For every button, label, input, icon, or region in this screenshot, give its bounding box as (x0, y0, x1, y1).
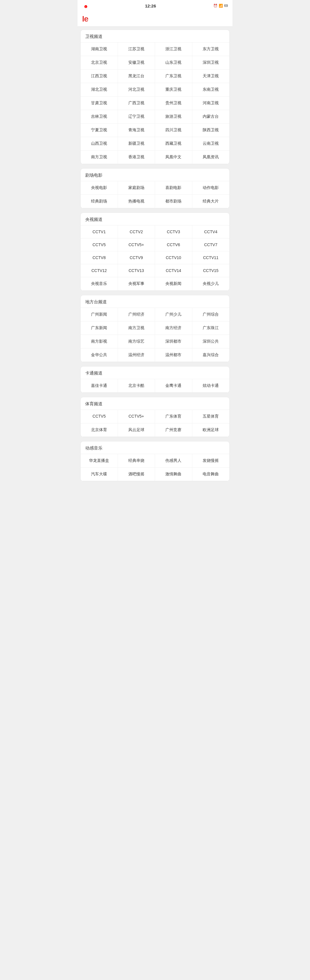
channel-cell[interactable]: 湖南卫视 (81, 43, 118, 56)
channel-cell[interactable]: CCTV4 (192, 226, 230, 239)
channel-cell[interactable]: 江苏卫视 (118, 43, 155, 56)
channel-cell[interactable]: 广东卫视 (155, 70, 192, 83)
channel-cell[interactable]: 天津卫视 (192, 70, 230, 83)
channel-cell[interactable]: 四川卫视 (155, 124, 192, 137)
channel-cell[interactable]: CCTV12 (81, 264, 118, 277)
channel-cell[interactable]: CCTV5+ (118, 410, 155, 423)
channel-cell[interactable]: 酒吧慢摇 (118, 468, 155, 481)
channel-cell[interactable]: 嘉佳卡通 (81, 379, 118, 393)
channel-cell[interactable]: 南方卫视 (118, 321, 155, 335)
channel-cell[interactable]: 央视少儿 (192, 277, 230, 291)
channel-cell[interactable]: 黑龙江台 (118, 70, 155, 83)
channel-cell[interactable]: CCTV1 (81, 226, 118, 239)
channel-cell[interactable]: 经典大片 (192, 195, 230, 208)
channel-cell[interactable]: 河南卫视 (192, 97, 230, 110)
channel-cell[interactable]: 家庭剧场 (118, 181, 155, 195)
channel-cell[interactable]: 电音舞曲 (192, 468, 230, 481)
channel-cell[interactable]: 东方卫视 (192, 43, 230, 56)
channel-cell[interactable]: CCTV13 (118, 264, 155, 277)
channel-cell[interactable]: 山西卫视 (81, 137, 118, 151)
channel-cell[interactable]: 广东新闻 (81, 321, 118, 335)
channel-cell[interactable]: 热播电视 (118, 195, 155, 208)
channel-cell[interactable]: 广西卫视 (118, 97, 155, 110)
channel-cell[interactable]: 北京体育 (81, 423, 118, 437)
channel-cell[interactable]: 动作电影 (192, 181, 230, 195)
channel-cell[interactable]: 南方综艺 (118, 335, 155, 348)
channel-cell[interactable]: 欧洲足球 (192, 423, 230, 437)
channel-cell[interactable]: 宁夏卫视 (81, 124, 118, 137)
channel-cell[interactable]: 香港卫视 (118, 151, 155, 164)
channel-cell[interactable]: 东南卫视 (192, 83, 230, 97)
channel-cell[interactable]: 南方影视 (81, 335, 118, 348)
channel-cell[interactable]: 风云足球 (118, 423, 155, 437)
channel-cell[interactable]: 广州少儿 (155, 308, 192, 321)
channel-cell[interactable]: 深圳卫视 (192, 56, 230, 70)
channel-cell[interactable]: 内蒙古台 (192, 110, 230, 124)
channel-cell[interactable]: 青海卫视 (118, 124, 155, 137)
channel-cell[interactable]: 江西卫视 (81, 70, 118, 83)
channel-cell[interactable]: 央视音乐 (81, 277, 118, 291)
channel-cell[interactable]: 深圳都市 (155, 335, 192, 348)
channel-cell[interactable]: 温州都市 (155, 348, 192, 362)
channel-cell[interactable]: 广东珠江 (192, 321, 230, 335)
channel-cell[interactable]: CCTV6 (155, 239, 192, 251)
channel-cell[interactable]: 贵州卫视 (155, 97, 192, 110)
channel-cell[interactable]: 北京卡酷 (118, 379, 155, 393)
channel-cell[interactable]: 陕西卫视 (192, 124, 230, 137)
channel-cell[interactable]: 央视军事 (118, 277, 155, 291)
channel-cell[interactable]: CCTV11 (192, 251, 230, 264)
channel-cell[interactable]: 华龙直播盒 (81, 454, 118, 468)
channel-cell[interactable]: 广州综合 (192, 308, 230, 321)
channel-cell[interactable]: 湖北卫视 (81, 83, 118, 97)
channel-cell[interactable]: 浙江卫视 (155, 43, 192, 56)
channel-cell[interactable]: CCTV9 (118, 251, 155, 264)
channel-cell[interactable]: 都市剧场 (155, 195, 192, 208)
channel-cell[interactable]: 北京卫视 (81, 56, 118, 70)
channel-cell[interactable]: CCTV8 (81, 251, 118, 264)
channel-cell[interactable]: CCTV3 (155, 226, 192, 239)
channel-cell[interactable]: 广州新闻 (81, 308, 118, 321)
channel-cell[interactable]: 经典串烧 (118, 454, 155, 468)
channel-cell[interactable]: 河北卫视 (118, 83, 155, 97)
channel-cell[interactable]: 汽车大碟 (81, 468, 118, 481)
channel-cell[interactable]: 温州经济 (118, 348, 155, 362)
channel-cell[interactable]: CCTV2 (118, 226, 155, 239)
channel-cell[interactable]: 辽宁卫视 (118, 110, 155, 124)
channel-cell[interactable]: 云南卫视 (192, 137, 230, 151)
channel-cell[interactable]: CCTV10 (155, 251, 192, 264)
channel-cell[interactable]: CCTV7 (192, 239, 230, 251)
channel-cell[interactable]: 甘肃卫视 (81, 97, 118, 110)
channel-cell[interactable]: 金华公共 (81, 348, 118, 362)
channel-cell[interactable]: CCTV14 (155, 264, 192, 277)
channel-cell[interactable]: 旅游卫视 (155, 110, 192, 124)
channel-cell[interactable]: 金鹰卡通 (155, 379, 192, 393)
channel-cell[interactable]: 新疆卫视 (118, 137, 155, 151)
channel-cell[interactable]: 央视电影 (81, 181, 118, 195)
channel-cell[interactable]: 凤凰资讯 (192, 151, 230, 164)
channel-cell[interactable]: 南方卫视 (81, 151, 118, 164)
channel-cell[interactable]: 山东卫视 (155, 56, 192, 70)
channel-cell[interactable]: 凤凰中文 (155, 151, 192, 164)
channel-cell[interactable]: 广州竞赛 (155, 423, 192, 437)
channel-cell[interactable]: CCTV5+ (118, 239, 155, 251)
channel-cell[interactable]: 广东体育 (155, 410, 192, 423)
channel-cell[interactable]: 广州经济 (118, 308, 155, 321)
channel-cell[interactable]: 炫动卡通 (192, 379, 230, 393)
channel-cell[interactable]: 重庆卫视 (155, 83, 192, 97)
channel-cell[interactable]: 伤感男人 (155, 454, 192, 468)
channel-cell[interactable]: 激情舞曲 (155, 468, 192, 481)
channel-cell[interactable]: CCTV5 (81, 410, 118, 423)
channel-cell[interactable]: 经典剧场 (81, 195, 118, 208)
channel-cell[interactable]: CCTV5 (81, 239, 118, 251)
channel-cell[interactable]: 吉林卫视 (81, 110, 118, 124)
channel-cell[interactable]: 央视新闻 (155, 277, 192, 291)
channel-cell[interactable]: 发烧慢摇 (192, 454, 230, 468)
channel-cell[interactable]: 西藏卫视 (155, 137, 192, 151)
channel-cell[interactable]: 五星体育 (192, 410, 230, 423)
channel-cell[interactable]: 喜剧电影 (155, 181, 192, 195)
channel-cell[interactable]: 南方经济 (155, 321, 192, 335)
channel-cell[interactable]: CCTV15 (192, 264, 230, 277)
channel-cell[interactable]: 安徽卫视 (118, 56, 155, 70)
channel-cell[interactable]: 深圳公共 (192, 335, 230, 348)
channel-cell[interactable]: 嘉兴综合 (192, 348, 230, 362)
